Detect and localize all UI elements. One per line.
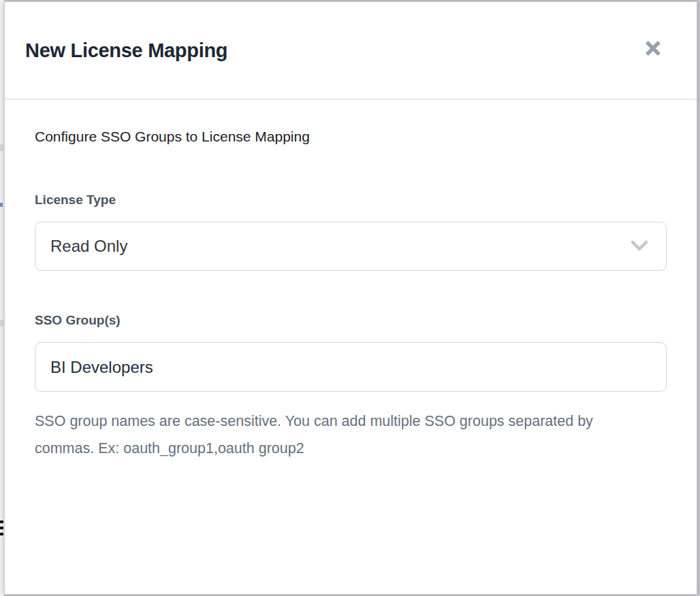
license-type-field: License Type Read Only xyxy=(35,193,663,271)
chevron-down-icon xyxy=(631,240,648,252)
sso-groups-label: SSO Group(s) xyxy=(35,313,663,328)
background-menu-fragment xyxy=(0,533,3,535)
background-page-fragment xyxy=(0,320,3,327)
close-button[interactable] xyxy=(639,35,667,62)
dialog-title: New License Mapping xyxy=(25,39,227,62)
new-license-mapping-dialog: New License Mapping Configure SSO Groups… xyxy=(4,1,697,595)
background-page-fragment xyxy=(0,203,3,207)
close-icon xyxy=(643,38,663,59)
sso-groups-input[interactable] xyxy=(35,342,667,392)
background-menu-fragment xyxy=(0,527,3,529)
dialog-subtitle: Configure SSO Groups to License Mapping xyxy=(35,129,663,145)
dialog-header: New License Mapping xyxy=(5,2,697,100)
license-type-select[interactable]: Read Only xyxy=(35,222,667,271)
license-type-selected-value: Read Only xyxy=(50,237,127,256)
background-menu-fragment xyxy=(0,520,3,523)
dialog-body: Configure SSO Groups to License Mapping … xyxy=(5,100,697,462)
background-page-fragment xyxy=(0,144,3,151)
sso-groups-help-text: SSO group names are case-sensitive. You … xyxy=(35,408,614,462)
sso-groups-field: SSO Group(s) SSO group names are case-se… xyxy=(35,313,663,462)
license-type-label: License Type xyxy=(35,193,663,208)
